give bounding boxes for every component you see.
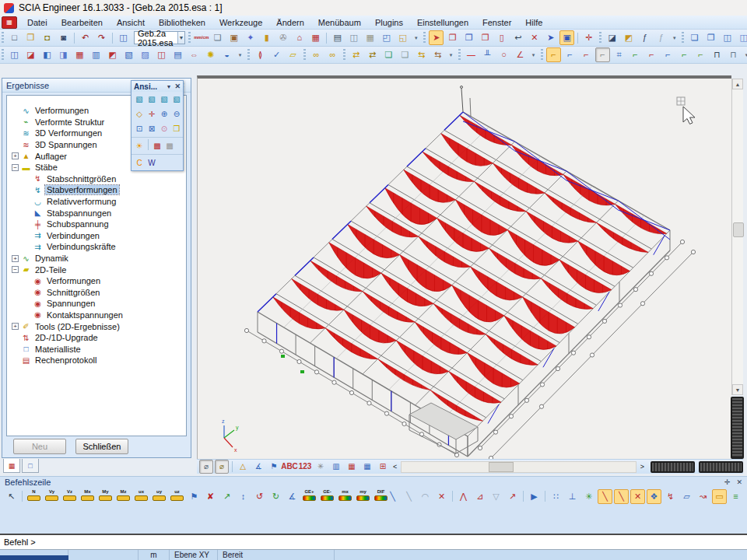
filter-off-icon[interactable]: ƒ (654, 30, 668, 45)
select-single-icon[interactable]: ➤ (429, 30, 444, 45)
draw-circle-icon[interactable]: ○ (496, 47, 511, 62)
result-uy-icon[interactable]: uy (151, 489, 167, 503)
polyline-edit-icon[interactable]: ✺ (203, 47, 218, 62)
tree-item-dynamik[interactable]: +∿Dynamik (7, 253, 186, 264)
tree-item-relativverformung[interactable]: ◡Relativverformung (7, 196, 186, 208)
scale-entity-icon[interactable]: ▦ (72, 47, 87, 62)
chevron-down-icon[interactable]: ▼ (177, 32, 184, 44)
vertical-rotate-slider[interactable] (731, 397, 744, 459)
window-tile-horizontally-icon[interactable]: ◫ (720, 30, 735, 45)
snap-parallel-icon[interactable]: ▱ (679, 489, 694, 504)
select-all-icon[interactable]: ▣ (559, 30, 574, 45)
project-combo[interactable]: Geb.2a 2015.esa ▼ (134, 31, 185, 44)
result-mx-icon[interactable]: Mx (79, 489, 96, 503)
vertex-snap-icon[interactable]: ⋀ (456, 489, 471, 504)
tree-item-stabverformungen[interactable]: ↯Stabverformungen (7, 184, 186, 196)
free-nodes-icon[interactable]: ∞ (325, 47, 340, 62)
mirror-entity-icon[interactable]: ◨ (56, 47, 71, 62)
new-button[interactable]: Neu (13, 439, 66, 454)
menu-datei[interactable]: Datei (20, 18, 54, 27)
tree-item-verbindungskräfte[interactable]: ⇉Verbindungskräfte (7, 241, 186, 253)
results-diagram-icon[interactable]: ▦ (345, 460, 359, 474)
view-axonometric-icon[interactable]: ▧ (170, 93, 183, 106)
member-reverse-icon[interactable]: ⇆ (430, 47, 445, 62)
select-polygon-icon[interactable]: ❐ (478, 30, 493, 45)
stretch-entity-icon[interactable]: ▥ (89, 47, 103, 62)
delete-results-icon[interactable]: ✘ (203, 489, 218, 504)
connections-icon[interactable]: ⌂ (292, 30, 307, 45)
result-ge-minus-icon[interactable]: GE- (319, 489, 335, 503)
opening-icon[interactable]: ⌐ (579, 47, 594, 62)
slab-icon[interactable]: ⊓ (726, 47, 741, 62)
filter-on-icon[interactable]: ƒ (637, 30, 652, 45)
show-numbers-icon[interactable]: 123 (298, 460, 312, 474)
zoom-in-icon[interactable]: ⊕ (158, 107, 170, 121)
menu-hilfe[interactable]: Hilfe (518, 18, 549, 27)
snap-tangent-icon[interactable]: ↯ (663, 489, 678, 504)
deselect-icon[interactable]: ✕ (527, 30, 542, 45)
free-bar-icon[interactable]: ⌐ (661, 47, 675, 62)
tree-item-stabspannungen[interactable]: ◣Stabspannungen (7, 207, 186, 219)
geometry-3d-icon[interactable]: ❏ (210, 30, 225, 45)
menu-plugins[interactable]: Plugins (368, 18, 410, 27)
show-dimensions-icon[interactable]: ▥ (329, 460, 343, 474)
select-by-workplane-icon[interactable]: ➤ (543, 30, 558, 45)
tree-item-verformungen[interactable]: ◉Verformungen (7, 275, 186, 287)
zoom-window-icon[interactable]: ⊡ (133, 122, 146, 135)
toolbar-overflow-icon[interactable]: ▾ (670, 30, 679, 45)
perspective-toggle-icon[interactable]: ⌀ (199, 460, 213, 474)
join-entity-icon[interactable]: ◫ (154, 47, 169, 62)
pointer-icon[interactable]: ↖ (4, 489, 19, 504)
menu-bearbeiten[interactable]: Bearbeiten (54, 18, 110, 27)
pan-view-icon[interactable]: ✛ (146, 107, 158, 121)
tree-item-verbindungen[interactable]: ⇉Verbindungen (7, 230, 186, 242)
collapse-icon[interactable]: − (12, 266, 19, 273)
menu-werkzeuge[interactable]: Werkzeuge (212, 18, 269, 27)
snap-extension-icon[interactable]: ↝ (696, 489, 710, 504)
window-cascade-icon[interactable]: ❐ (703, 30, 718, 45)
result-mx-iso-icon[interactable]: mx (337, 489, 353, 503)
view-x-icon[interactable]: ▧ (133, 93, 146, 106)
select-add-icon[interactable]: ❐ (445, 30, 460, 45)
snap-intersection-icon[interactable]: ✕ (630, 489, 645, 504)
tab-layers[interactable]: □ (22, 459, 39, 473)
tree-item-stabschnittgrößen[interactable]: ↯Stabschnittgrößen (7, 173, 186, 185)
chevron-down-icon[interactable]: ▼ (167, 84, 172, 89)
tree-item-schubspannung[interactable]: ╪Schubspannung (7, 219, 186, 230)
menu-einstellungen[interactable]: Einstellungen (410, 18, 475, 27)
clipping-box-on-icon[interactable]: ▩ (151, 139, 163, 152)
move-entity-icon[interactable]: ◫ (7, 47, 22, 62)
save-icon[interactable]: ◙ (56, 30, 71, 45)
tree-item-materialliste[interactable]: □Materialliste (7, 343, 186, 355)
fillet-entity-icon[interactable]: ▤ (170, 47, 185, 62)
window-close-icon[interactable]: ❏ (687, 30, 702, 45)
check-structure-data-icon[interactable]: ✓ (269, 47, 284, 62)
move-node-icon[interactable]: ⇄ (349, 47, 363, 62)
save-as-icon[interactable]: ◘ (40, 30, 54, 45)
status-plane[interactable]: Ebene XY (170, 550, 218, 560)
rotate-entity-icon[interactable]: ◧ (40, 47, 54, 62)
new-document-icon[interactable]: □ (7, 30, 22, 45)
menu-ändern[interactable]: Ändern (269, 18, 310, 27)
horizontal-rotate-slider-2[interactable] (699, 461, 743, 473)
break-entity-icon[interactable]: ▨ (138, 47, 153, 62)
scroll-up-icon[interactable]: ▲ (732, 79, 743, 89)
extend-entity-icon[interactable]: ▧ (121, 47, 136, 62)
wired-model-icon[interactable]: W (146, 156, 158, 170)
cross-section-edit-icon[interactable]: ⌐ (595, 47, 610, 62)
center-point-icon[interactable]: ✛ (581, 30, 596, 45)
profile-library-icon[interactable]: ▣ (226, 30, 241, 45)
window-tile-vertically-icon[interactable]: ◫ (736, 30, 747, 45)
menu-ansicht[interactable]: Ansicht (110, 18, 152, 27)
draw-beam-icon[interactable]: — (464, 47, 479, 62)
result-ux-icon[interactable]: ux (133, 489, 149, 503)
plate-rib-icon[interactable]: ⌐ (677, 47, 692, 62)
table-results-icon[interactable]: ❏ (398, 47, 412, 62)
result-mz-icon[interactable]: Mz (115, 489, 132, 503)
scia-logo-icon[interactable]: ▦ (2, 16, 17, 29)
result-n-icon[interactable]: N (26, 489, 42, 503)
view-z-icon[interactable]: ▧ (158, 93, 170, 106)
measure-icon[interactable]: ▭ (712, 489, 727, 504)
tree-item-2d-teile[interactable]: −▰2D-Teile (7, 264, 186, 275)
tree-item-kontaktspannungen[interactable]: ◉Kontaktspannungen (7, 310, 186, 321)
